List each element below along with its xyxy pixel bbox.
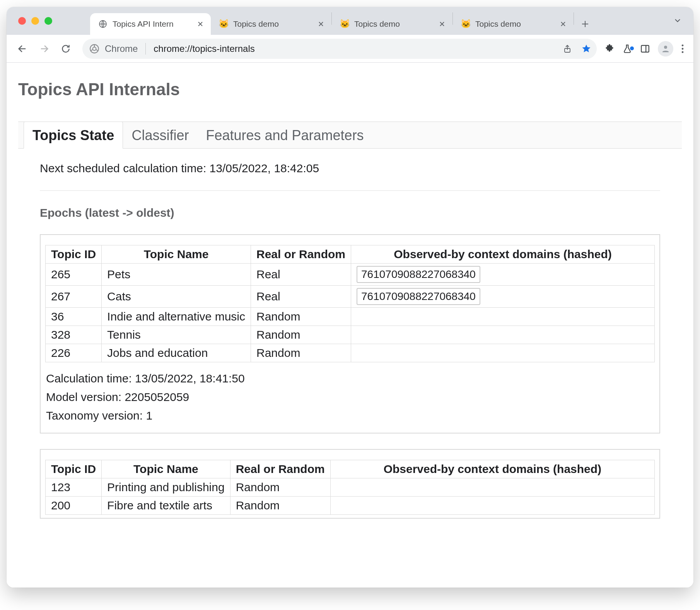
table-row: 200 Fibre and textile arts Random (46, 497, 655, 515)
table-header-row: Topic ID Topic Name Real or Random Obser… (46, 245, 655, 264)
tab-title: Topics demo (233, 19, 311, 29)
bookmark-star-icon[interactable] (581, 44, 591, 54)
epoch-meta: Calculation time: 13/05/2022, 18:41:50 M… (45, 369, 655, 425)
sidepanel-icon[interactable] (640, 44, 650, 54)
cell-topic-id: 226 (46, 344, 102, 362)
toolbar: Chrome chrome://topics-internals (7, 35, 693, 63)
cell-topic-name: Printing and publishing (102, 478, 230, 497)
cell-observed (351, 308, 655, 326)
cell-real-random: Random (230, 497, 330, 515)
forward-button[interactable] (35, 40, 53, 58)
tab-topics-state[interactable]: Topics State (24, 122, 123, 149)
cell-topic-id: 328 (46, 326, 102, 344)
close-tab-button[interactable] (316, 19, 326, 29)
cell-topic-id: 123 (46, 478, 102, 497)
cell-observed (351, 326, 655, 344)
maximize-window-button[interactable] (44, 17, 52, 25)
share-icon[interactable] (563, 44, 572, 53)
minimize-window-button[interactable] (31, 17, 39, 25)
model-version-label: Model version: (46, 391, 125, 403)
tab-title: Topics API Intern (113, 19, 191, 29)
col-real-random: Real or Random (251, 245, 351, 264)
taxonomy-version-label: Taxonomy version: (46, 409, 146, 422)
next-calc-line: Next scheduled calculation time: 13/05/2… (40, 162, 660, 175)
col-observed-domains: Observed-by context domains (hashed) (330, 460, 654, 478)
table-row: 265 Pets Real 7610709088227068340 (46, 264, 655, 286)
browser-tabs: Topics API Intern 🐱 Topics demo 🐱 Topics… (90, 7, 594, 35)
chrome-icon (89, 44, 99, 54)
cell-real-random: Random (251, 344, 351, 362)
tab-strip: Topics API Intern 🐱 Topics demo 🐱 Topics… (7, 7, 693, 35)
svg-rect-4 (641, 45, 649, 52)
internal-tab-bar: Topics State Classifier Features and Par… (18, 122, 682, 149)
browser-tab[interactable]: 🐱 Topics demo (332, 13, 452, 35)
kebab-menu-icon[interactable] (681, 44, 684, 54)
close-tab-button[interactable] (558, 19, 568, 29)
cat-icon: 🐱 (340, 19, 350, 29)
epochs-heading: Epochs (latest -> oldest) (40, 206, 660, 219)
page-title: Topics API Internals (18, 80, 682, 99)
cell-observed: 7610709088227068340 (351, 264, 655, 286)
cell-observed (330, 478, 654, 497)
next-calc-value: 13/05/2022, 18:42:05 (210, 162, 319, 175)
col-topic-name: Topic Name (102, 460, 230, 478)
tab-separator (574, 12, 574, 25)
close-tab-button[interactable] (195, 19, 205, 29)
model-version-value: 2205052059 (125, 391, 189, 403)
close-window-button[interactable] (18, 17, 26, 25)
toolbar-actions (604, 41, 686, 57)
cell-real-random: Random (251, 308, 351, 326)
calc-time-value: 13/05/2022, 18:41:50 (135, 372, 245, 385)
cell-real-random: Random (230, 478, 330, 497)
table-row: 123 Printing and publishing Random (46, 478, 655, 497)
topics-table: Topic ID Topic Name Real or Random Obser… (45, 245, 655, 362)
calc-time-label: Calculation time: (46, 372, 135, 385)
reload-button[interactable] (57, 40, 75, 58)
svg-point-7 (682, 48, 684, 50)
cell-topic-id: 265 (46, 264, 102, 286)
next-calc-label: Next scheduled calculation time: (40, 162, 210, 175)
extensions-icon[interactable] (604, 44, 615, 54)
tab-overflow-button[interactable] (673, 16, 682, 25)
new-tab-button[interactable] (576, 15, 594, 33)
hash-chip: 7610709088227068340 (357, 266, 480, 283)
table-header-row: Topic ID Topic Name Real or Random Obser… (46, 460, 655, 478)
col-real-random: Real or Random (230, 460, 330, 478)
globe-icon (98, 19, 108, 29)
cell-topic-name: Cats (102, 286, 251, 308)
cell-topic-name: Fibre and textile arts (102, 497, 230, 515)
page-viewport: Topics API Internals Topics State Classi… (7, 63, 693, 588)
tab-title: Topics demo (475, 19, 553, 29)
labs-icon[interactable] (622, 44, 632, 54)
table-row: 267 Cats Real 7610709088227068340 (46, 286, 655, 308)
svg-point-5 (664, 46, 667, 49)
back-button[interactable] (14, 40, 31, 58)
svg-point-2 (93, 47, 96, 50)
hash-chip: 7610709088227068340 (357, 288, 480, 305)
browser-tab-active[interactable]: Topics API Intern (90, 13, 211, 35)
cell-real-random: Real (251, 286, 351, 308)
topics-table: Topic ID Topic Name Real or Random Obser… (45, 460, 655, 515)
tab-features-parameters[interactable]: Features and Parameters (197, 122, 372, 148)
profile-avatar[interactable] (658, 41, 673, 57)
table-row: 328 Tennis Random (46, 326, 655, 344)
close-tab-button[interactable] (437, 19, 447, 29)
tab-classifier[interactable]: Classifier (123, 122, 197, 148)
cell-real-random: Random (251, 326, 351, 344)
cell-real-random: Real (251, 264, 351, 286)
cat-icon: 🐱 (219, 19, 229, 29)
browser-tab[interactable]: 🐱 Topics demo (211, 13, 331, 35)
table-row: 226 Jobs and education Random (46, 344, 655, 362)
window-controls (18, 17, 52, 25)
cell-observed (351, 344, 655, 362)
cell-observed (330, 497, 654, 515)
address-bar[interactable]: Chrome chrome://topics-internals (82, 39, 597, 59)
epoch-box: Topic ID Topic Name Real or Random Obser… (40, 449, 660, 519)
browser-tab[interactable]: 🐱 Topics demo (453, 13, 574, 35)
cell-topic-id: 267 (46, 286, 102, 308)
url-scheme-label: Chrome (105, 43, 138, 54)
svg-point-6 (682, 44, 684, 46)
url-text: chrome://topics-internals (154, 43, 557, 54)
cell-topic-name: Indie and alternative music (102, 308, 251, 326)
cat-icon: 🐱 (461, 19, 471, 29)
